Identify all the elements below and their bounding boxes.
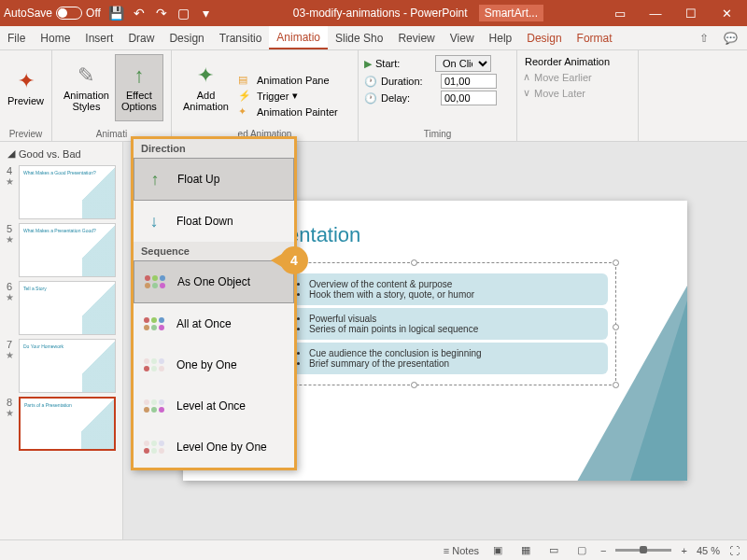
title-bar: AutoSave Off 💾 ↶ ↷ ▢ ▾ 03-modify-animati… (0, 0, 747, 26)
brush-icon: ✎ (78, 63, 94, 88)
play-icon: ▶ (364, 58, 372, 70)
slide-thumb-8[interactable]: Parts of a Presentation (19, 397, 116, 451)
duration-label: Duration: (381, 76, 437, 87)
tab-slideshow[interactable]: Slide Sho (328, 26, 390, 49)
maximize-icon[interactable]: ☐ (674, 0, 708, 26)
animation-styles-button[interactable]: ✎ Animation Styles (58, 54, 115, 121)
save-icon[interactable]: 💾 (108, 5, 125, 21)
menu-item-all-at-once[interactable]: All at Once (134, 303, 294, 344)
share-icon[interactable]: ⇧ (695, 29, 713, 48)
animation-indicator-icon: ★ (6, 292, 14, 302)
move-earlier-button: ∧ Move Earlier (523, 69, 632, 85)
ribbon-tabs: File Home Insert Draw Design Transitio A… (0, 26, 747, 50)
dots-level-one-icon (141, 434, 167, 460)
zoom-out-button[interactable]: − (600, 545, 606, 556)
sa-content-2: Powerful visualsSeries of main points in… (289, 308, 608, 340)
trigger-button[interactable]: ⚡Trigger ▾ (238, 88, 338, 104)
status-bar: ≡ Notes ▣ ▦ ▭ ▢ − + 45 % ⛶ (0, 539, 747, 560)
clock-icon: 🕐 (364, 76, 377, 88)
start-label: Start: (375, 58, 431, 69)
painter-icon: ✦ (238, 105, 253, 118)
menu-item-level-at-once[interactable]: Level at Once (134, 385, 294, 427)
effect-options-menu: Direction ↑Float Up ↓Float Down Sequence… (131, 136, 297, 470)
sorter-view-icon[interactable]: ▦ (516, 543, 535, 558)
section-header[interactable]: ◢ Good vs. Bad (4, 146, 119, 161)
slide-thumb-6[interactable]: Tell a Story (19, 281, 116, 335)
menu-item-float-down[interactable]: ↓Float Down (134, 201, 294, 242)
dots-pale-icon (141, 352, 167, 378)
animation-indicator-icon: ★ (6, 176, 14, 187)
close-icon[interactable]: ✕ (710, 0, 743, 26)
workspace: ◢ Good vs. Bad 4★What Makes a Good Prese… (0, 142, 747, 539)
normal-view-icon[interactable]: ▣ (488, 543, 507, 558)
arrow-down-icon: ↓ (141, 208, 167, 234)
start-select[interactable]: On Click (435, 55, 491, 72)
redo-icon[interactable]: ↷ (153, 5, 170, 21)
zoom-level[interactable]: 45 % (697, 545, 720, 556)
undo-icon[interactable]: ↶ (131, 5, 148, 21)
reading-view-icon[interactable]: ▭ (544, 543, 563, 558)
preview-button[interactable]: ✦ Preview (6, 54, 46, 121)
move-later-button: ∨ Move Later (523, 85, 632, 101)
sa-content-1: Overview of the content & purposeHook th… (289, 273, 608, 305)
lightning-icon: ⚡ (238, 90, 253, 102)
dots-spread-icon (141, 311, 167, 337)
reorder-label: Reorder Animation (523, 54, 632, 69)
slide-thumb-5[interactable]: What Makes a Presentation Good? (19, 223, 116, 277)
effect-options-button[interactable]: ↑ Effect Options (115, 54, 163, 121)
slideshow-icon[interactable]: ▢ (176, 5, 192, 21)
zoom-slider[interactable] (615, 549, 671, 552)
ribbon: ✦ Preview Preview ✎ Animation Styles ↑ E… (0, 50, 747, 142)
slide-thumb-7[interactable]: Do Your Homework (19, 339, 116, 393)
toggle-icon (56, 7, 82, 20)
star-icon: ✦ (18, 69, 35, 93)
animation-indicator-icon: ★ (6, 350, 14, 360)
dots-level-icon (141, 393, 167, 419)
tab-home[interactable]: Home (33, 26, 78, 49)
tab-insert[interactable]: Insert (78, 26, 120, 49)
animation-indicator-icon: ★ (6, 234, 14, 245)
add-animation-button[interactable]: ✦ Add Animation (177, 54, 234, 121)
slideshow-view-icon[interactable]: ▢ (572, 543, 591, 558)
autosave-toggle[interactable]: AutoSave Off (4, 7, 101, 20)
arrow-up-icon: ↑ (134, 63, 144, 88)
tab-file[interactable]: File (0, 26, 33, 49)
zoom-in-button[interactable]: + (681, 545, 686, 556)
tab-smartart-format[interactable]: Format (570, 26, 620, 49)
ribbon-options-icon[interactable]: ▭ (603, 0, 637, 26)
notes-button[interactable]: ≡ Notes (444, 545, 479, 556)
comments-icon[interactable]: 💬 (721, 29, 740, 48)
animation-painter-button[interactable]: ✦Animation Painter (238, 104, 338, 119)
menu-item-one-by-one[interactable]: One by One (134, 344, 294, 385)
tab-review[interactable]: Review (390, 26, 442, 49)
tab-smartart-design[interactable]: Design (519, 26, 569, 49)
tab-view[interactable]: View (443, 26, 482, 49)
menu-item-level-one-by-one[interactable]: Level One by One (134, 427, 294, 468)
thumbnail-pane[interactable]: ◢ Good vs. Bad 4★What Makes a Good Prese… (0, 142, 123, 539)
menu-item-float-up[interactable]: ↑Float Up (134, 158, 294, 201)
callout-badge: 4 (280, 246, 308, 274)
duration-input[interactable] (441, 74, 497, 89)
menu-header-direction: Direction (134, 139, 294, 158)
group-label-preview: Preview (0, 129, 51, 139)
slide-thumb-4[interactable]: What Makes a Good Presentation? (19, 165, 116, 219)
fit-window-icon[interactable]: ⛶ (729, 545, 740, 556)
delay-label: Delay: (381, 92, 437, 104)
animation-indicator-icon: ★ (6, 408, 14, 418)
tab-transitions[interactable]: Transitio (212, 26, 270, 49)
animation-pane-button[interactable]: ▤Animation Pane (238, 72, 338, 88)
tab-animations[interactable]: Animatio (269, 26, 328, 49)
minimize-icon[interactable]: — (639, 0, 672, 26)
group-label-timing: Timing (359, 129, 516, 139)
sa-content-3: Cue audience the conclusion is beginning… (289, 343, 608, 374)
dots-cluster-icon (142, 269, 168, 295)
tab-design[interactable]: Design (162, 26, 211, 49)
arrow-up-icon: ↑ (142, 166, 168, 192)
add-star-icon: ✦ (197, 63, 214, 88)
delay-input[interactable] (441, 91, 497, 105)
window-title: 03-modify-animations - PowerPoint SmartA… (233, 5, 603, 21)
tab-draw[interactable]: Draw (120, 26, 162, 49)
qat-more-icon[interactable]: ▾ (198, 5, 215, 21)
delay-icon: 🕐 (364, 92, 377, 105)
tab-help[interactable]: Help (482, 26, 520, 49)
